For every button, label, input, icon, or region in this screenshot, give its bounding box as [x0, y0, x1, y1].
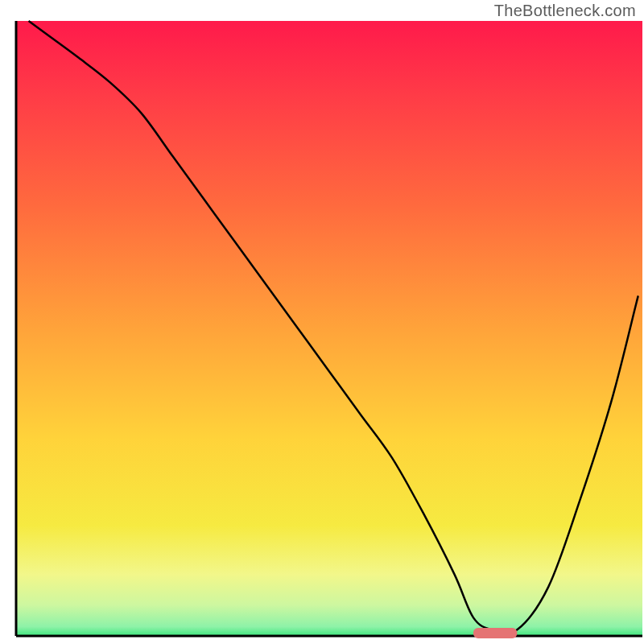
- optimum-marker: [473, 628, 517, 638]
- chart-container: TheBottleneck.com: [0, 0, 644, 644]
- bottleneck-chart: [0, 0, 644, 644]
- watermark-text: TheBottleneck.com: [494, 2, 636, 20]
- plot-background: [16, 21, 642, 636]
